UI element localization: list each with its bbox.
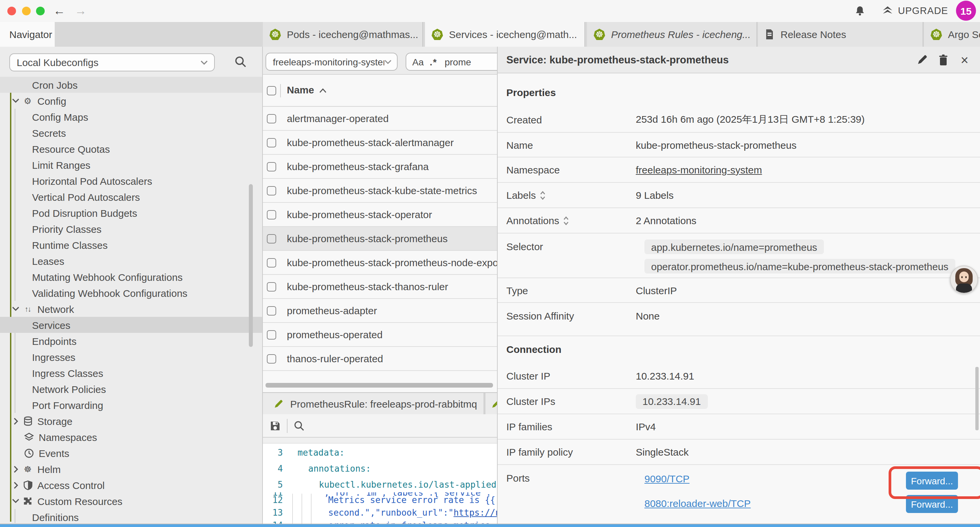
table-row[interactable]: kube-prometheus-stack-prometheus-node-ex… [263, 251, 497, 275]
table-row[interactable]: prometheus-adapter [263, 299, 497, 323]
sidebar-item-horizontal-pod-autoscalers[interactable]: Horizontal Pod Autoscalers [0, 173, 262, 189]
sidebar-item-events[interactable]: Events [0, 445, 262, 461]
sidebar-item-services[interactable]: Services [0, 317, 262, 333]
chevron-right-icon[interactable] [11, 465, 20, 473]
sidebar-item-endpoints[interactable]: Endpoints [0, 333, 262, 349]
trash-icon[interactable] [938, 54, 949, 66]
sidebar-item-pod-disruption-budgets[interactable]: Pod Disruption Budgets [0, 205, 262, 221]
tab-services[interactable]: ☸ Services - icecheng@math... × [425, 22, 585, 47]
sidebar-item-config[interactable]: ⚙ Config [0, 93, 262, 109]
assistant-avatar[interactable] [950, 266, 978, 293]
table-row[interactable]: kube-prometheus-stack-alertmanager [263, 131, 497, 155]
table-row[interactable]: thanos-ruler-operated [263, 347, 497, 371]
row-checkbox[interactable] [267, 138, 276, 147]
kubeconfig-select[interactable]: Local Kubeconfigs [10, 53, 215, 72]
tab-release-notes[interactable]: Release Notes [758, 22, 923, 47]
sidebar-item-vertical-pod-autoscalers[interactable]: Vertical Pod Autoscalers [0, 189, 262, 205]
upgrade-label: UPGRADE [898, 5, 948, 16]
row-checkbox[interactable] [267, 354, 276, 363]
expand-collapse-icon[interactable] [540, 191, 546, 200]
sort-ascending-icon[interactable] [319, 88, 327, 93]
row-checkbox[interactable] [267, 282, 276, 291]
chevron-right-icon[interactable] [11, 481, 20, 489]
navigator-panel-tab[interactable]: Navigator [0, 22, 55, 47]
sidebar-scrollbar[interactable] [249, 184, 253, 347]
sidebar-item-limit-ranges[interactable]: Limit Ranges [0, 157, 262, 173]
select-all-checkbox[interactable] [267, 86, 276, 96]
close-icon[interactable]: × [961, 47, 968, 73]
sidebar-item-resource-quotas[interactable]: Resource Quotas [0, 141, 262, 157]
name-column-header[interactable]: Name [287, 84, 314, 96]
horizontal-scrollbar[interactable] [266, 383, 493, 388]
edit-pencil-icon[interactable] [916, 54, 928, 65]
sidebar-item-mutating-webhook-configurations[interactable]: Mutating Webhook Configurations [0, 269, 262, 285]
sidebar-item-helm[interactable]: ☸ Helm [0, 461, 262, 477]
row-checkbox[interactable] [267, 210, 276, 219]
notifications-bell-icon[interactable] [854, 5, 865, 17]
sidebar-item-custom-resources[interactable]: Custom Resources [0, 493, 262, 509]
table-row[interactable]: kube-prometheus-stack-operator [263, 203, 497, 227]
sidebar-item-config-maps[interactable]: Config Maps [0, 109, 262, 125]
filter-search-input[interactable]: Aa .* prome [406, 53, 497, 71]
sidebar-item-access-control[interactable]: Access Control [0, 477, 262, 493]
tab-pods[interactable]: ☸ Pods - icecheng@mathmas... [263, 22, 423, 47]
tab-prometheus-rules[interactable]: ☸ Prometheus Rules - icecheng... [587, 22, 757, 47]
forward-arrow-icon[interactable]: → [75, 3, 87, 19]
sidebar-item-priority-classes[interactable]: Priority Classes [0, 221, 262, 237]
port-link-9090[interactable]: 9090/TCP [644, 473, 689, 484]
sidebar-search-icon[interactable] [234, 56, 247, 68]
yaml-editor[interactable]: 3metadata: 4annotations: 5kubectl.kubern… [263, 438, 497, 524]
namespace-link[interactable]: freeleaps-monitoring-system [636, 164, 762, 175]
detail-scrollbar[interactable] [975, 367, 978, 430]
save-icon[interactable] [269, 420, 281, 431]
sidebar-item-secrets[interactable]: Secrets [0, 125, 262, 141]
chevron-down-icon[interactable] [11, 98, 20, 103]
tab-argo[interactable]: ☸ Argo Se [924, 22, 980, 47]
sidebar-item-ingress-classes[interactable]: Ingress Classes [0, 365, 262, 381]
sidebar-item-namespaces[interactable]: Namespaces [0, 429, 262, 445]
sidebar-item-runtime-classes[interactable]: Runtime Classes [0, 237, 262, 253]
row-checkbox[interactable] [267, 306, 276, 315]
editor-tab-prometheusrule[interactable]: PrometheusRule: freeleaps-prod-rabbitmq [263, 393, 484, 415]
back-arrow-icon[interactable]: ← [53, 3, 65, 19]
regex-toggle[interactable]: .* [430, 56, 437, 67]
table-row[interactable]: kube-prometheus-stack-kube-state-metrics [263, 179, 497, 203]
sidebar-item-validating-webhook-configurations[interactable]: Validating Webhook Configurations [0, 285, 262, 301]
sidebar-item-network-policies[interactable]: Network Policies [0, 381, 262, 397]
tab-close-icon[interactable]: × [583, 29, 585, 40]
runbook-url-link[interactable]: https://net [453, 508, 497, 517]
editor-tab-partial[interactable] [486, 393, 497, 415]
table-row[interactable]: prometheus-operated [263, 323, 497, 347]
port-link-8080-reloader-web[interactable]: 8080:reloader-web/TCP [644, 498, 751, 509]
minimize-traffic-light[interactable] [22, 7, 31, 15]
editor-search-icon[interactable] [294, 420, 305, 431]
table-row[interactable]: kube-prometheus-stack-thanos-ruler [263, 275, 497, 299]
table-row-selected[interactable]: kube-prometheus-stack-prometheus [263, 227, 497, 251]
upgrade-button[interactable]: UPGRADE [882, 5, 948, 16]
sidebar-item-network[interactable]: ↑↓ Network [0, 301, 262, 317]
sidebar-item-leases[interactable]: Leases [0, 253, 262, 269]
table-row[interactable]: kube-prometheus-stack-grafana [263, 155, 497, 179]
row-checkbox[interactable] [267, 162, 276, 171]
chevron-down-icon[interactable] [11, 498, 20, 504]
chevron-down-icon[interactable] [11, 306, 20, 312]
close-traffic-light[interactable] [7, 7, 16, 15]
sidebar-item-ingresses[interactable]: Ingresses [0, 349, 262, 365]
match-case-toggle[interactable]: Aa [412, 56, 424, 67]
sidebar-item-definitions[interactable]: Definitions [0, 509, 262, 524]
expand-collapse-icon[interactable] [563, 216, 569, 225]
row-checkbox[interactable] [267, 114, 276, 123]
namespace-select[interactable]: freeleaps-monitoring-system [266, 53, 398, 71]
sidebar-item-cron-jobs[interactable]: Cron Jobs [0, 77, 262, 93]
column-divider [280, 84, 281, 97]
row-checkbox[interactable] [267, 234, 276, 243]
sidebar-item-port-forwarding[interactable]: Port Forwarding [0, 397, 262, 413]
chevron-right-icon[interactable] [11, 417, 20, 425]
row-checkbox[interactable] [267, 258, 276, 267]
row-checkbox[interactable] [267, 186, 276, 195]
table-row[interactable]: alertmanager-operated [263, 107, 497, 131]
sidebar-item-storage[interactable]: Storage [0, 413, 262, 429]
notification-count-badge[interactable]: 15 [956, 1, 976, 21]
row-checkbox[interactable] [267, 330, 276, 339]
maximize-traffic-light[interactable] [36, 7, 45, 15]
